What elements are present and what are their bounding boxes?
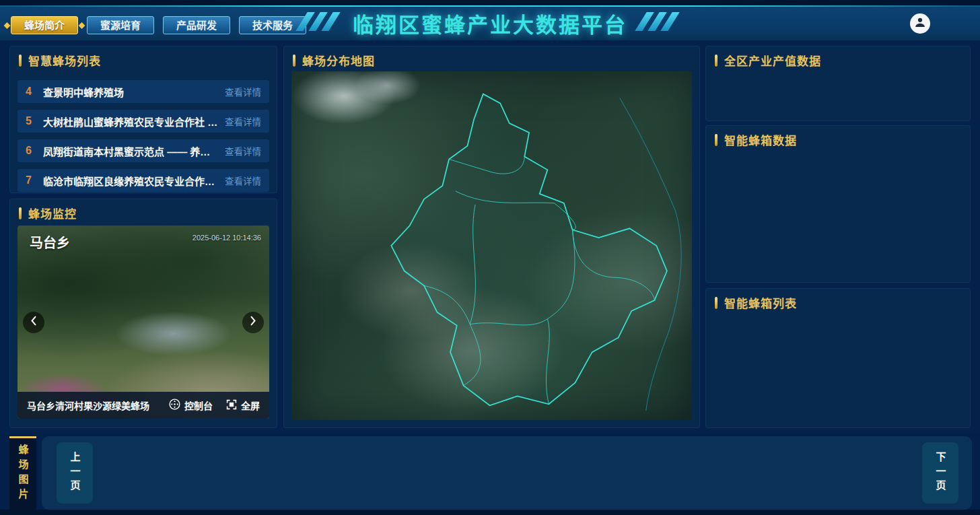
hive-data-panel: 智能蜂箱数据 <box>705 125 971 283</box>
video-caption: 马台乡清河村果沙源绿美蜂场 <box>27 399 149 412</box>
tab-2[interactable]: 蜜源培育 <box>87 16 154 34</box>
hive-table-title: 智能蜂箱列表 <box>705 288 971 316</box>
tab-1[interactable]: 蜂场简介 <box>11 16 78 34</box>
top-strip <box>0 0 980 5</box>
nav-tabs: 蜂场简介蜜源培育产品研发技术服务 <box>11 16 306 34</box>
industry-stats <box>705 73 971 77</box>
hive-table <box>705 316 971 317</box>
farm-index: 5 <box>26 115 43 127</box>
gallery-container: 上一页 下一页 <box>42 436 972 510</box>
farm-name: 凤翔街道南本村黑蜜示范点 —— 养… <box>43 144 219 158</box>
gallery-label: 蜂场图片 <box>9 436 36 510</box>
tab-4[interactable]: 技术服务 <box>239 16 306 34</box>
chart-legend <box>705 157 971 164</box>
video-prev-button[interactable] <box>23 312 44 333</box>
farm-name: 查景明中蜂养殖场 <box>43 85 219 99</box>
industry-stats-panel: 全区产业产值数据 <box>705 46 971 121</box>
smart-farm-list: 4查景明中蜂养殖场查看详情5大树杜鹃山蜜蜂养殖农民专业合作社 …查看详情6凤翔街… <box>9 80 277 192</box>
hive-line-chart <box>705 164 971 248</box>
view-detail-link[interactable]: 查看详情 <box>225 144 261 158</box>
video-location-label: 马台乡 <box>30 232 70 252</box>
monitor-video-frame: 马台乡 2025-06-12 10:14:36 马台乡清河村果沙源绿美蜂场 控制… <box>18 226 269 419</box>
hive-data-title: 智能蜂箱数据 <box>705 125 971 153</box>
video-next-button[interactable] <box>242 312 264 333</box>
view-detail-link[interactable]: 查看详情 <box>225 114 261 128</box>
district-boundaries <box>291 71 692 420</box>
dashboard: 蜂场简介蜜源培育产品研发技术服务 临翔区蜜蜂产业大数据平台 智慧蜂场列表 4查景… <box>0 0 980 515</box>
farm-index: 7 <box>26 174 43 186</box>
farm-list-item: 7临沧市临翔区良缘养殖农民专业合作…查看详情 <box>18 169 269 192</box>
smart-farm-list-panel: 智慧蜂场列表 4查景明中蜂养殖场查看详情5大树杜鹃山蜜蜂养殖农民专业合作社 …查… <box>9 46 277 193</box>
bottom-edge <box>0 510 980 515</box>
farm-list-item: 5大树杜鹃山蜜蜂养殖农民专业合作社 …查看详情 <box>18 110 269 133</box>
farm-list-item: 6凤翔街道南本村黑蜜示范点 —— 养…查看详情 <box>18 139 269 162</box>
map-panel: 蜂场分布地图 <box>283 46 700 428</box>
header: 蜂场简介蜜源培育产品研发技术服务 临翔区蜜蜂产业大数据平台 <box>0 5 980 40</box>
farm-monitor-title: 蜂场监控 <box>9 199 277 226</box>
page-title: 临翔区蜜蜂产业大数据平台 <box>353 8 627 38</box>
distribution-map[interactable] <box>291 71 692 420</box>
console-button[interactable]: 控制台 <box>169 399 213 412</box>
video-timestamp: 2025-06-12 10:14:36 <box>193 234 261 242</box>
dpad-icon <box>169 399 180 412</box>
chevron-right-icon <box>250 316 256 329</box>
fullscreen-button[interactable]: 全屏 <box>226 399 260 412</box>
farm-index: 4 <box>26 85 43 98</box>
hive-table-panel: 智能蜂箱列表 <box>705 288 971 428</box>
gallery-next-button[interactable]: 下一页 <box>922 442 958 504</box>
fullscreen-icon <box>226 399 237 412</box>
smart-farm-list-title: 智慧蜂场列表 <box>9 46 277 73</box>
view-detail-link[interactable]: 查看详情 <box>225 85 261 98</box>
chevron-left-icon <box>30 316 37 329</box>
map-title: 蜂场分布地图 <box>283 46 700 73</box>
header-decor-line <box>0 5 980 7</box>
decor-slashes-right <box>641 12 674 31</box>
user-icon <box>913 15 928 32</box>
tab-3[interactable]: 产品研发 <box>163 16 230 34</box>
gallery-strip: 蜂场图片 上一页 下一页 <box>0 434 980 510</box>
industry-stats-title: 全区产业产值数据 <box>705 46 971 73</box>
user-button[interactable] <box>910 13 930 34</box>
video-caption-bar: 马台乡清河村果沙源绿美蜂场 控制台 全屏 <box>18 392 269 419</box>
farm-index: 6 <box>26 145 43 157</box>
decor-slashes-left <box>302 12 335 31</box>
farm-monitor-panel: 蜂场监控 马台乡 2025-06-12 10:14:36 马台乡清河村果沙源绿美… <box>9 199 277 428</box>
farm-name: 临沧市临翔区良缘养殖农民专业合作… <box>43 174 219 188</box>
gallery-prev-button[interactable]: 上一页 <box>57 442 93 504</box>
view-detail-link[interactable]: 查看详情 <box>225 174 261 187</box>
farm-name: 大树杜鹃山蜜蜂养殖农民专业合作社 … <box>43 114 219 129</box>
farm-list-item: 4查景明中蜂养殖场查看详情 <box>18 80 269 103</box>
